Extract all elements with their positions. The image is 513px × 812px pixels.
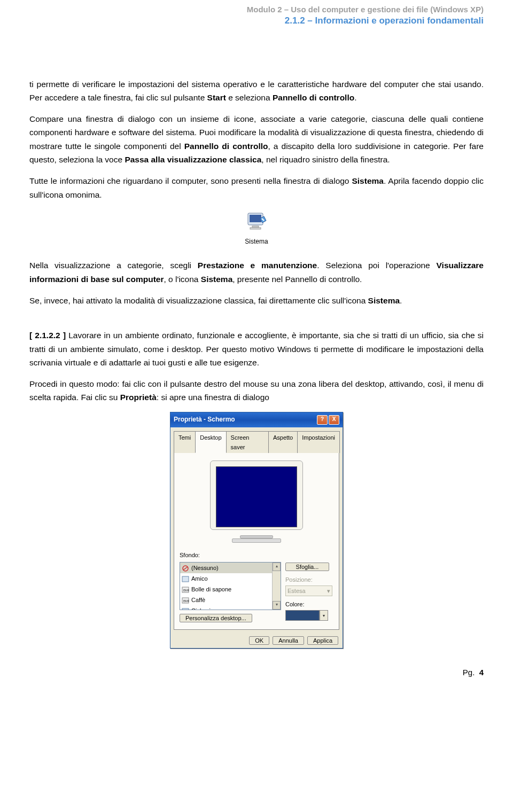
paragraph: Nella visualizzazione a categorie, scegl… bbox=[29, 259, 484, 286]
ok-button[interactable]: OK bbox=[249, 636, 269, 645]
tab-temi[interactable]: Temi bbox=[174, 431, 196, 453]
header-section: 2.1.2 – Informazioni e operazioni fondam… bbox=[29, 15, 484, 27]
list-item[interactable]: Amico bbox=[180, 573, 281, 584]
monitor-screen-icon bbox=[216, 466, 297, 527]
svg-rect-6 bbox=[182, 576, 189, 582]
list-item[interactable]: BMP Caffè bbox=[180, 595, 281, 605]
tab-impostazioni[interactable]: Impostazioni bbox=[297, 431, 340, 453]
close-button[interactable]: X bbox=[329, 415, 339, 425]
none-icon bbox=[182, 565, 189, 571]
dialog-footer: OK Annulla Applica bbox=[170, 633, 343, 648]
scroll-down-icon[interactable]: ▾ bbox=[273, 601, 281, 610]
position-label: Posizione: bbox=[285, 575, 333, 584]
paragraph: ti permette di verificare le impostazion… bbox=[29, 77, 484, 105]
dialog-title: Proprietà - Schermo bbox=[174, 415, 235, 425]
svg-rect-1 bbox=[250, 215, 261, 222]
sfondo-label: Sfondo: bbox=[180, 550, 333, 560]
monitor-preview bbox=[180, 458, 333, 548]
color-label: Colore: bbox=[285, 599, 333, 609]
svg-rect-11 bbox=[182, 608, 189, 610]
tab-desktop[interactable]: Desktop bbox=[195, 431, 226, 453]
paragraph: Procedi in questo modo: fai clic con il … bbox=[29, 377, 484, 404]
tab-screensaver[interactable]: Screen saver bbox=[226, 431, 269, 453]
dialog-titlebar[interactable]: Proprietà - Schermo ? X bbox=[170, 412, 343, 427]
tab-panel-desktop: Sfondo: (Nessuno) bbox=[174, 452, 339, 630]
paragraph: Tutte le informazioni che riguardano il … bbox=[29, 174, 484, 201]
sistema-icon-label: Sistema bbox=[29, 237, 484, 247]
help-button[interactable]: ? bbox=[317, 415, 328, 425]
display-properties-dialog: Proprietà - Schermo ? X Temi Desktop Scr… bbox=[170, 412, 343, 649]
svg-text:BMP: BMP bbox=[183, 599, 189, 603]
browse-button[interactable]: Sfoglia... bbox=[285, 563, 329, 571]
scroll-up-icon[interactable]: ▴ bbox=[273, 563, 281, 571]
tab-aspetto[interactable]: Aspetto bbox=[268, 431, 298, 453]
position-select: Estesa ▾ bbox=[285, 585, 332, 596]
dialog-tabs: Temi Desktop Screen saver Aspetto Impost… bbox=[170, 427, 343, 452]
bitmap-file-icon: BMP bbox=[182, 597, 189, 603]
svg-rect-3 bbox=[250, 228, 261, 229]
listbox-scrollbar[interactable]: ▴ ▾ bbox=[272, 563, 281, 610]
cancel-button[interactable]: Annulla bbox=[273, 636, 304, 645]
svg-text:BMP: BMP bbox=[183, 589, 189, 592]
color-swatch[interactable] bbox=[285, 610, 320, 621]
list-item[interactable]: Ciclamino bbox=[180, 605, 281, 610]
paragraph: Se, invece, hai attivato la modalità di … bbox=[29, 294, 484, 308]
paragraph: Compare una finestra di dialogo con un i… bbox=[29, 112, 484, 167]
page-header: Modulo 2 – Uso del computer e gestione d… bbox=[29, 0, 484, 27]
bitmap-file-icon: BMP bbox=[182, 586, 189, 592]
chevron-down-icon: ▾ bbox=[327, 586, 330, 596]
sistema-icon bbox=[246, 211, 267, 231]
page-footer: Pg. 4 bbox=[29, 668, 484, 677]
svg-line-5 bbox=[183, 567, 188, 570]
list-item[interactable]: (Nessuno) bbox=[180, 563, 281, 573]
paragraph: [ 2.1.2.2 ] Lavorare in un ambiente ordi… bbox=[29, 329, 484, 370]
header-module: Modulo 2 – Uso del computer e gestione d… bbox=[29, 4, 484, 15]
image-file-icon bbox=[182, 607, 189, 610]
color-dropdown-button[interactable]: ▾ bbox=[320, 610, 328, 621]
apply-button[interactable]: Applica bbox=[307, 636, 338, 645]
background-listbox[interactable]: (Nessuno) Amico BMP Bolle di sapone bbox=[180, 562, 281, 610]
image-file-icon bbox=[182, 575, 189, 582]
personalize-desktop-button[interactable]: Personalizza desktop... bbox=[180, 614, 252, 622]
list-item[interactable]: BMP Bolle di sapone bbox=[180, 584, 281, 595]
document-body: ti permette di verificare le impostazion… bbox=[29, 77, 484, 649]
sistema-icon-block: Sistema bbox=[29, 211, 484, 247]
